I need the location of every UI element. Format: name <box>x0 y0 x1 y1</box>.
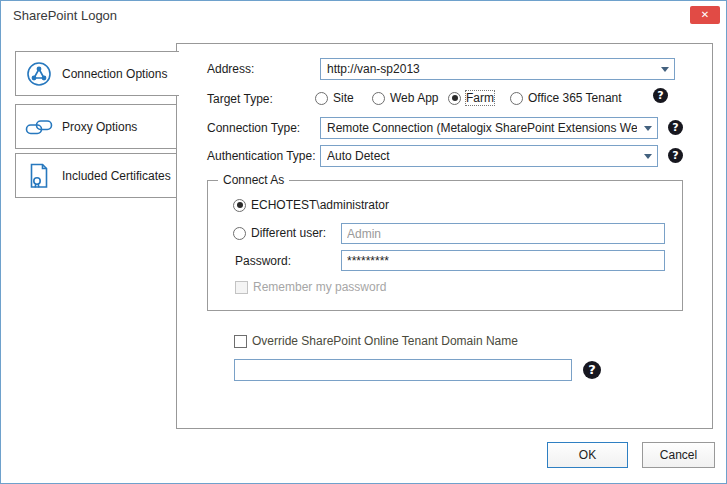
tab-label: Proxy Options <box>62 120 137 134</box>
cancel-button[interactable]: Cancel <box>642 442 715 468</box>
ok-button-label: OK <box>579 448 596 462</box>
radio-label: Farm <box>466 91 494 105</box>
different-user-label: Different user: <box>251 226 326 240</box>
remember-password-checkbox[interactable]: Remember my password <box>235 280 386 294</box>
address-value: http://van-sp2013 <box>327 59 654 79</box>
connect-as-group: Connect As ECHOTEST\administrator Differ… <box>207 180 683 311</box>
authentication-type-value: Auto Detect <box>327 146 637 166</box>
tab-connection-options[interactable]: Connection Options <box>15 51 179 96</box>
close-button[interactable]: ✕ <box>690 6 720 24</box>
checkbox-icon <box>234 335 247 348</box>
radio-icon <box>315 92 328 105</box>
address-label: Address: <box>207 58 254 80</box>
radio-different-user[interactable]: Different user: <box>233 226 326 240</box>
chevron-down-icon[interactable] <box>656 59 674 79</box>
authentication-type-label: Authentication Type: <box>207 145 316 167</box>
password-label: Password: <box>235 250 291 272</box>
radio-icon <box>372 92 385 105</box>
different-user-input[interactable] <box>341 223 665 244</box>
radio-icon <box>233 227 246 240</box>
radio-icon <box>510 92 523 105</box>
address-combobox[interactable]: http://van-sp2013 <box>320 58 675 80</box>
radio-farm[interactable]: Farm <box>448 91 494 105</box>
remember-password-label: Remember my password <box>253 280 386 294</box>
cancel-button-label: Cancel <box>660 448 697 462</box>
authentication-type-combobox[interactable]: Auto Detect <box>320 145 658 167</box>
help-icon-target-type[interactable]: ? <box>653 88 668 103</box>
password-input[interactable] <box>341 250 665 271</box>
radio-icon <box>233 199 246 212</box>
override-tenant-label: Override SharePoint Online Tenant Domain… <box>252 334 518 348</box>
tab-proxy-options[interactable]: Proxy Options <box>15 104 177 149</box>
tab-label: Connection Options <box>62 67 167 81</box>
close-icon: ✕ <box>701 9 709 20</box>
tab-included-certificates[interactable]: Included Certificates <box>15 153 177 198</box>
radio-web-app[interactable]: Web App <box>372 91 438 105</box>
help-icon-authentication-type[interactable]: ? <box>668 148 683 163</box>
sharepoint-logon-dialog: SharePoint Logon ✕ Connection Options Pr… <box>0 0 727 484</box>
help-icon-connection-type[interactable]: ? <box>668 120 683 135</box>
radio-label: Site <box>333 91 354 105</box>
network-nodes-icon <box>25 60 53 88</box>
radio-label: Office 365 Tenant <box>528 91 622 105</box>
target-type-label: Target Type: <box>207 88 273 110</box>
override-tenant-input[interactable] <box>234 359 572 381</box>
ok-button[interactable]: OK <box>547 442 628 468</box>
chevron-down-icon[interactable] <box>639 118 657 138</box>
certificate-icon <box>25 162 53 190</box>
window-title: SharePoint Logon <box>13 8 117 23</box>
radio-site[interactable]: Site <box>315 91 354 105</box>
radio-icon <box>448 92 461 105</box>
connection-options-panel: Address: http://van-sp2013 Target Type: … <box>176 43 713 429</box>
checkbox-icon <box>235 281 248 294</box>
connection-type-label: Connection Type: <box>207 117 300 139</box>
tab-label: Included Certificates <box>62 169 171 183</box>
radio-current-user[interactable]: ECHOTEST\administrator <box>233 198 389 212</box>
titlebar: SharePoint Logon ✕ <box>1 1 726 31</box>
radio-label: Web App <box>390 91 438 105</box>
connection-type-value: Remote Connection (Metalogix SharePoint … <box>327 118 637 138</box>
override-tenant-checkbox[interactable]: Override SharePoint Online Tenant Domain… <box>234 334 518 348</box>
connection-type-combobox[interactable]: Remote Connection (Metalogix SharePoint … <box>320 117 658 139</box>
chain-links-icon <box>25 113 53 141</box>
help-icon-override[interactable]: ? <box>583 361 601 379</box>
chevron-down-icon[interactable] <box>639 146 657 166</box>
current-user-label: ECHOTEST\administrator <box>251 198 389 212</box>
radio-office-365-tenant[interactable]: Office 365 Tenant <box>510 91 622 105</box>
connect-as-title: Connect As <box>218 173 289 187</box>
